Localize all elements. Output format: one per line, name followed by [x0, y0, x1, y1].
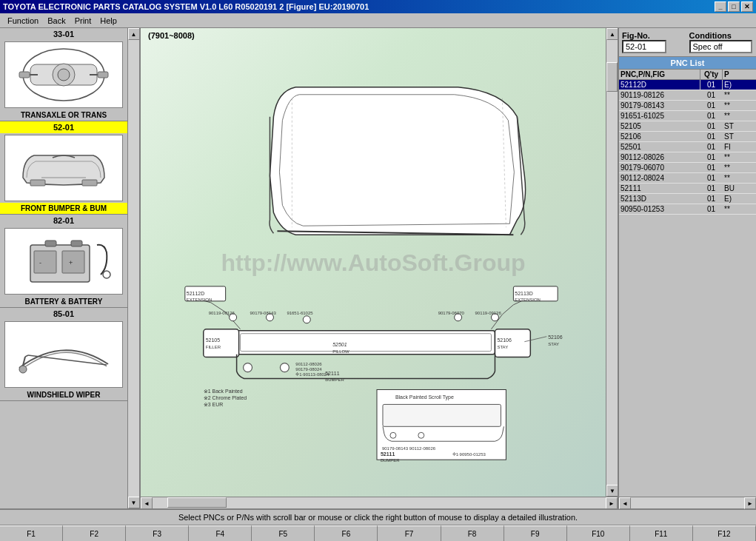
diagram-vscroll-down[interactable]: ▼ — [606, 485, 618, 497]
fkey-f7[interactable]: F7 — [378, 525, 441, 541]
pnc-row[interactable]: 52112D 01 E) — [619, 80, 756, 90]
sidebar-img-33-01 — [4, 41, 123, 108]
fkey-f6[interactable]: F6 — [315, 525, 378, 541]
menu-function[interactable]: Function — [3, 15, 43, 27]
svg-text:90179-08143: 90179-08143 — [250, 311, 277, 315]
right-hscroll-left[interactable]: ◄ — [619, 497, 631, 509]
right-hscroll-right[interactable]: ► — [744, 497, 756, 509]
fig-no-section: Fig-No. — [622, 31, 686, 53]
pnc-row[interactable]: 90179-06070 01 ** — [619, 163, 756, 173]
pnc-cell-p: ** — [723, 173, 749, 183]
diagram-hscroll-left[interactable]: ◄ — [141, 497, 153, 508]
pnc-row[interactable]: 52113D 01 E) — [619, 194, 756, 204]
pnc-cell-qty: 01 — [700, 163, 723, 172]
minimize-button[interactable]: _ — [715, 1, 726, 12]
sidebar-scroll-down[interactable]: ▼ — [128, 497, 140, 508]
pnc-cell-pnc: 90119-08126 — [619, 90, 700, 100]
fkey-f4[interactable]: F4 — [189, 525, 252, 541]
svg-text:Black Painted Scroll Type: Black Painted Scroll Type — [395, 394, 454, 400]
pnc-list-header: PNC List — [619, 57, 756, 70]
svg-rect-9 — [82, 180, 97, 186]
status-text: Select PNCs or P/Ns with scroll bar or m… — [178, 513, 578, 522]
svg-rect-13 — [71, 241, 82, 246]
svg-rect-23 — [237, 331, 495, 354]
fkeys-bar: F1F2F3F4F5F6F7F8F9F10F11F12 — [0, 525, 756, 541]
pnc-row[interactable]: 52106 01 ST — [619, 132, 756, 142]
fkey-f1[interactable]: F1 — [0, 525, 63, 541]
svg-text:EXTENSION: EXTENSION — [187, 298, 212, 302]
fig-no-input[interactable] — [622, 40, 666, 53]
svg-text:90112-08026: 90112-08026 — [409, 446, 436, 451]
fkey-f2[interactable]: F2 — [63, 525, 126, 541]
diagram-hscroll-thumb[interactable] — [167, 497, 227, 508]
diagram-hscroll-right[interactable]: ► — [606, 497, 618, 508]
fig-conditions-panel: Fig-No. Conditions — [619, 28, 756, 57]
fkey-f8[interactable]: F8 — [441, 525, 504, 541]
sidebar-item-52-01[interactable]: 52-01 FRONT BUMPER & BUM — [0, 121, 127, 215]
pnc-cell-qty: 01 — [700, 121, 723, 131]
svg-rect-14 — [34, 251, 56, 273]
svg-text:52501: 52501 — [332, 342, 347, 347]
pnc-cell-p: ** — [723, 101, 749, 110]
sidebar-item-33-01[interactable]: 33-01 T — [0, 28, 127, 121]
sidebar-scroll-area[interactable]: 33-01 T — [0, 28, 127, 508]
sidebar-header-82-01: 82-01 — [0, 215, 127, 226]
diagram-vscroll-thumb[interactable] — [606, 62, 618, 92]
pnc-cell-qty: 01 — [700, 184, 723, 193]
sidebar-item-85-01[interactable]: 85-01 WINDSHIELD WIPER — [0, 308, 127, 401]
pnc-cell-p: ** — [723, 204, 749, 214]
pnc-row[interactable]: 52501 01 FI — [619, 142, 756, 152]
sidebar-label-82-01: BATTERY & BATTERY — [0, 296, 127, 307]
close-button[interactable]: ✕ — [741, 1, 753, 12]
pnc-cell-qty: 01 — [700, 142, 723, 152]
svg-text:90179-08024: 90179-08024 — [295, 367, 322, 372]
pnc-table-body[interactable]: 52112D 01 E) 90119-08126 01 ** 90179-081… — [619, 80, 756, 497]
pnc-row[interactable]: 90119-08126 01 ** — [619, 90, 756, 101]
svg-text:52106: 52106 — [497, 337, 512, 343]
pnc-cell-p: BU — [723, 184, 749, 193]
vehicle-body — [270, 87, 526, 235]
svg-text:52112D: 52112D — [187, 291, 204, 296]
svg-text:PILLOW: PILLOW — [332, 349, 349, 354]
diagram-hscroll[interactable]: ◄ ► — [141, 497, 618, 508]
menu-help[interactable]: Help — [96, 15, 121, 27]
fkey-f3[interactable]: F3 — [126, 525, 189, 541]
pnc-row[interactable]: 52111 01 BU — [619, 184, 756, 194]
pnc-col-header-qty: Q'ty — [700, 70, 723, 79]
fkey-f12[interactable]: F12 — [693, 525, 756, 541]
pnc-row[interactable]: 90950-01253 01 ** — [619, 204, 756, 215]
pnc-cell-pnc: 91651-61025 — [619, 111, 700, 121]
svg-line-21 — [25, 355, 28, 357]
fkey-f9[interactable]: F9 — [504, 525, 567, 541]
fkey-f10[interactable]: F10 — [567, 525, 630, 541]
menu-back[interactable]: Back — [43, 15, 70, 27]
svg-text:90179-08143: 90179-08143 — [382, 446, 409, 451]
diagram-vscroll-up[interactable]: ▲ — [606, 28, 618, 40]
sidebar-scroll-up[interactable]: ▲ — [128, 28, 140, 40]
svg-rect-7 — [98, 72, 108, 78]
pnc-list-panel: PNC List PNC,P/N,FIG Q'ty P 52112D 01 E)… — [619, 57, 756, 497]
diagram-hscroll-track[interactable] — [153, 497, 606, 508]
pnc-row[interactable]: 91651-61025 01 ** — [619, 111, 756, 121]
svg-rect-30 — [495, 329, 530, 357]
fkey-f11[interactable]: F11 — [630, 525, 693, 541]
pnc-row[interactable]: 90112-08024 01 ** — [619, 173, 756, 184]
maximize-button[interactable]: □ — [728, 1, 740, 12]
conditions-input[interactable] — [689, 40, 752, 53]
diagram-vscroll-track[interactable] — [606, 40, 618, 485]
fkey-f5[interactable]: F5 — [252, 525, 315, 541]
svg-point-18 — [103, 271, 110, 278]
sidebar-item-82-01[interactable]: 82-01 - + — [0, 215, 127, 308]
pnc-row[interactable]: 52105 01 ST — [619, 121, 756, 132]
pnc-cell-pnc: 90179-06070 — [619, 163, 700, 172]
right-hscroll-track[interactable] — [631, 497, 744, 508]
menu-print[interactable]: Print — [70, 15, 96, 27]
pnc-row[interactable]: 90112-08026 01 ** — [619, 152, 756, 163]
pnc-cell-pnc: 90112-08024 — [619, 173, 700, 183]
pnc-row[interactable]: 90179-08143 01 ** — [619, 101, 756, 111]
svg-rect-58 — [383, 404, 501, 426]
conditions-label: Conditions — [689, 31, 754, 40]
right-panel-hscroll[interactable]: ◄ ► — [619, 497, 756, 508]
diagram-vscroll[interactable]: ▲ ▼ — [606, 28, 618, 497]
sidebar-label-85-01: WINDSHIELD WIPER — [0, 389, 127, 400]
